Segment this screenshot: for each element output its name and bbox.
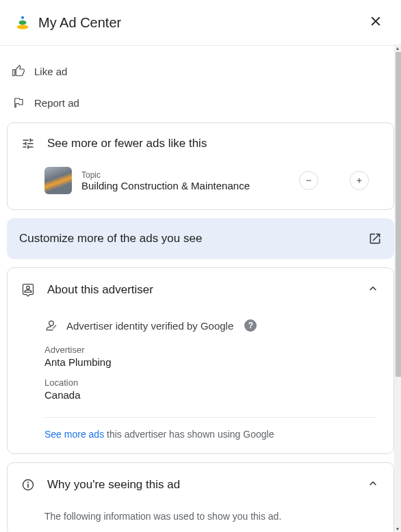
svg-point-0 <box>21 16 24 19</box>
see-more-row: See more ads this advertiser has shown u… <box>8 418 393 453</box>
thumbs-up-icon <box>12 65 25 77</box>
report-ad-row[interactable]: Report ad <box>7 87 394 118</box>
flag-icon <box>12 96 25 109</box>
info-icon <box>21 478 35 492</box>
see-more-rest: this advertiser has shown using Google <box>104 429 274 440</box>
minus-icon <box>305 176 313 185</box>
like-ad-row[interactable]: Like ad <box>7 55 394 87</box>
like-ad-label: Like ad <box>34 66 67 77</box>
close-button[interactable] <box>365 11 386 34</box>
svg-rect-4 <box>27 483 29 488</box>
why-title: Why you're seeing this ad <box>47 478 180 492</box>
similar-ads-title: See more or fewer ads like this <box>47 137 207 150</box>
scrollbar-track[interactable]: ▴ ▾ <box>394 44 401 532</box>
header-left: My Ad Center <box>15 15 121 31</box>
topic-label: Topic <box>81 170 289 180</box>
customize-ads-bar[interactable]: Customize more of the ads you see <box>7 218 394 259</box>
collapse-advertiser <box>366 282 380 298</box>
content-area: Like ad Report ad See more or fewer ads … <box>0 46 401 532</box>
close-icon <box>368 14 383 29</box>
customize-text: Customize more of the ads you see <box>19 232 202 245</box>
topic-name: Building Construction & Maintenance <box>81 180 289 191</box>
report-ad-label: Report ad <box>34 97 79 109</box>
why-card: Why you're seeing this ad The following … <box>7 462 394 532</box>
open-in-new-icon <box>368 232 382 245</box>
ad-center-logo <box>15 15 30 30</box>
advertiser-label: Advertiser <box>44 345 357 355</box>
person-pin-icon <box>21 283 35 297</box>
scroll-up-arrow[interactable]: ▴ <box>394 44 401 51</box>
location-value: Canada <box>44 389 357 401</box>
plus-icon <box>355 176 363 185</box>
page-title: My Ad Center <box>38 15 121 31</box>
help-icon[interactable]: ? <box>244 319 257 332</box>
see-more-ads-link[interactable]: See more ads <box>44 429 104 440</box>
advertiser-name-block: Advertiser Anta Plumbing <box>8 345 393 377</box>
svg-point-1 <box>19 21 27 25</box>
location-block: Location Canada <box>8 377 393 410</box>
collapse-why <box>366 477 380 493</box>
scrollbar-thumb[interactable] <box>396 52 401 377</box>
scroll-down-arrow[interactable]: ▾ <box>394 525 401 532</box>
similar-ads-card: See more or fewer ads like this Topic Bu… <box>7 122 394 210</box>
more-ads-button[interactable] <box>350 171 369 190</box>
why-header[interactable]: Why you're seeing this ad <box>8 463 393 507</box>
advertiser-header[interactable]: About this advertiser <box>8 268 393 312</box>
svg-point-2 <box>17 25 29 29</box>
chevron-up-icon <box>366 282 380 295</box>
verified-user-icon <box>44 319 58 332</box>
advertiser-card: About this advertiser Advertiser identit… <box>7 267 394 454</box>
why-info-text: The following information was used to sh… <box>8 507 393 532</box>
header: My Ad Center <box>0 0 401 46</box>
chevron-up-icon <box>366 477 380 490</box>
tune-icon <box>21 137 35 150</box>
topic-thumbnail <box>44 167 72 194</box>
fewer-ads-button[interactable] <box>299 171 318 190</box>
advertiser-value: Anta Plumbing <box>44 356 357 368</box>
location-label: Location <box>44 377 357 388</box>
advertiser-title: About this advertiser <box>47 283 153 297</box>
svg-rect-5 <box>27 481 29 483</box>
verified-text: Advertiser identity verified by Google <box>66 320 233 332</box>
verified-row: Advertiser identity verified by Google ? <box>8 319 393 345</box>
topic-row: Topic Building Construction & Maintenanc… <box>8 164 393 209</box>
similar-ads-header: See more or fewer ads like this <box>8 123 393 164</box>
topic-actions <box>299 171 374 190</box>
topic-text: Topic Building Construction & Maintenanc… <box>81 170 289 191</box>
